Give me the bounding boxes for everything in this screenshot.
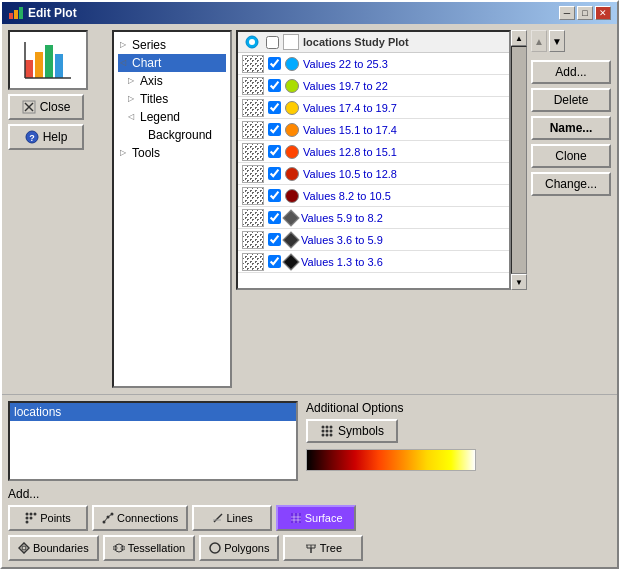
main-window: Edit Plot ─ □ ✕ <box>0 0 619 569</box>
app-icon <box>8 5 24 21</box>
tree-expand-bg <box>136 130 146 140</box>
name-button[interactable]: Name... <box>531 116 611 140</box>
action-panel: ▲ ▼ Add... Delete Name... Clone Change..… <box>531 30 611 388</box>
row-checkbox[interactable] <box>268 79 281 92</box>
tree-expand-axis: ▷ <box>128 76 138 86</box>
list-row[interactable]: Values 19.7 to 22 <box>238 75 509 97</box>
row-color-shape <box>285 101 299 115</box>
tree-item-legend[interactable]: ◁ Legend <box>126 108 226 126</box>
clone-button[interactable]: Clone <box>531 144 611 168</box>
add-section-label: Add... <box>8 487 611 501</box>
svg-point-15 <box>249 39 255 45</box>
add-lines-button[interactable]: Lines <box>192 505 272 531</box>
help-label: Help <box>43 130 68 144</box>
add-button[interactable]: Add... <box>531 60 611 84</box>
delete-button[interactable]: Delete <box>531 88 611 112</box>
tree-item-chart[interactable]: ◁ Chart <box>118 54 226 72</box>
title-bar: Edit Plot ─ □ ✕ <box>2 2 617 24</box>
maximize-button[interactable]: □ <box>577 6 593 20</box>
tree-item-series[interactable]: ▷ Series <box>118 36 226 54</box>
polygons-icon <box>209 542 221 554</box>
add-surface-button[interactable]: Surface <box>276 505 356 531</box>
svg-point-20 <box>326 430 329 433</box>
svg-rect-5 <box>45 45 53 78</box>
add-polygons-button[interactable]: Polygons <box>199 535 279 561</box>
list-row[interactable]: Values 17.4 to 19.7 <box>238 97 509 119</box>
svg-marker-43 <box>19 543 29 553</box>
bottom-top: locations Additional Options <box>8 401 611 481</box>
list-row[interactable]: Values 10.5 to 12.8 <box>238 163 509 185</box>
add-tree-button[interactable]: Tree <box>283 535 363 561</box>
svg-point-25 <box>26 513 29 516</box>
tree-item-tools[interactable]: ▷ Tools <box>118 144 226 162</box>
row-color-shape <box>285 123 299 137</box>
list-row[interactable]: Values 5.9 to 8.2 <box>238 207 509 229</box>
row-checkbox[interactable] <box>268 189 281 202</box>
help-button[interactable]: ? Help <box>8 124 84 150</box>
plot-list[interactable]: locations Study Plot Values 22 to 25.3Va… <box>236 30 511 290</box>
row-dot-pattern <box>242 77 264 95</box>
row-label: Values 17.4 to 19.7 <box>303 102 397 114</box>
arrow-up-btn[interactable]: ▲ <box>531 30 547 52</box>
row-color-shape <box>285 57 299 71</box>
row-checkbox[interactable] <box>268 101 281 114</box>
svg-point-16 <box>322 426 325 429</box>
row-checkbox[interactable] <box>268 123 281 136</box>
scroll-up-btn[interactable]: ▲ <box>511 30 527 46</box>
locations-item[interactable]: locations <box>10 403 296 421</box>
row-color-shape <box>283 253 300 270</box>
add-points-button[interactable]: Points <box>8 505 88 531</box>
list-row[interactable]: Values 1.3 to 3.6 <box>238 251 509 273</box>
symbols-button[interactable]: Symbols <box>306 419 398 443</box>
list-row[interactable]: Values 22 to 25.3 <box>238 53 509 75</box>
scroll-track[interactable] <box>511 46 527 274</box>
svg-rect-0 <box>9 13 13 19</box>
scroll-down-btn[interactable]: ▼ <box>511 274 527 290</box>
row-checkbox[interactable] <box>268 167 281 180</box>
row-checkbox[interactable] <box>268 255 281 268</box>
tree-item-titles[interactable]: ▷ Titles <box>126 90 226 108</box>
row-checkbox[interactable] <box>268 57 281 70</box>
svg-point-19 <box>322 430 325 433</box>
row-label: Values 15.1 to 17.4 <box>303 124 397 136</box>
add-boundaries-button[interactable]: Boundaries <box>8 535 99 561</box>
row-label: Values 10.5 to 12.8 <box>303 168 397 180</box>
header-checkbox[interactable] <box>266 36 279 49</box>
minimize-button[interactable]: ─ <box>559 6 575 20</box>
svg-point-28 <box>26 517 29 520</box>
arrow-down-btn[interactable]: ▼ <box>549 30 565 52</box>
list-row[interactable]: Values 3.6 to 5.9 <box>238 229 509 251</box>
svg-point-44 <box>22 546 26 550</box>
add-tessellation-button[interactable]: Tessellation <box>103 535 195 561</box>
tree-label-tools: Tools <box>132 146 160 160</box>
row-checkbox[interactable] <box>268 233 281 246</box>
svg-point-30 <box>26 521 29 524</box>
list-row[interactable]: Values 15.1 to 17.4 <box>238 119 509 141</box>
locations-list[interactable]: locations <box>8 401 298 481</box>
tree-item-background[interactable]: Background <box>134 126 226 144</box>
row-color-shape <box>285 189 299 203</box>
list-scrollbar[interactable]: ▲ ▼ <box>511 30 527 290</box>
tree-item-axis[interactable]: ▷ Axis <box>126 72 226 90</box>
tree-label-background: Background <box>148 128 212 142</box>
svg-point-26 <box>30 513 33 516</box>
close-button[interactable]: Close <box>8 94 84 120</box>
list-row[interactable]: Values 8.2 to 10.5 <box>238 185 509 207</box>
row-dot-pattern <box>242 99 264 117</box>
row-label: Values 8.2 to 10.5 <box>303 190 391 202</box>
svg-point-21 <box>330 430 333 433</box>
tree-label-legend: Legend <box>140 110 180 124</box>
svg-line-34 <box>104 517 108 522</box>
left-panel: Close ? Help <box>8 30 108 388</box>
chart-preview-box <box>8 30 88 90</box>
svg-rect-4 <box>35 52 43 78</box>
close-window-button[interactable]: ✕ <box>595 6 611 20</box>
list-row[interactable]: Values 12.8 to 15.1 <box>238 141 509 163</box>
change-button[interactable]: Change... <box>531 172 611 196</box>
svg-line-35 <box>108 514 112 517</box>
row-checkbox[interactable] <box>268 211 281 224</box>
add-connections-button[interactable]: Connections <box>92 505 188 531</box>
row-checkbox[interactable] <box>268 145 281 158</box>
tree-view[interactable]: ▷ Series ◁ Chart ▷ Axis <box>112 30 232 388</box>
connections-icon <box>102 512 114 524</box>
